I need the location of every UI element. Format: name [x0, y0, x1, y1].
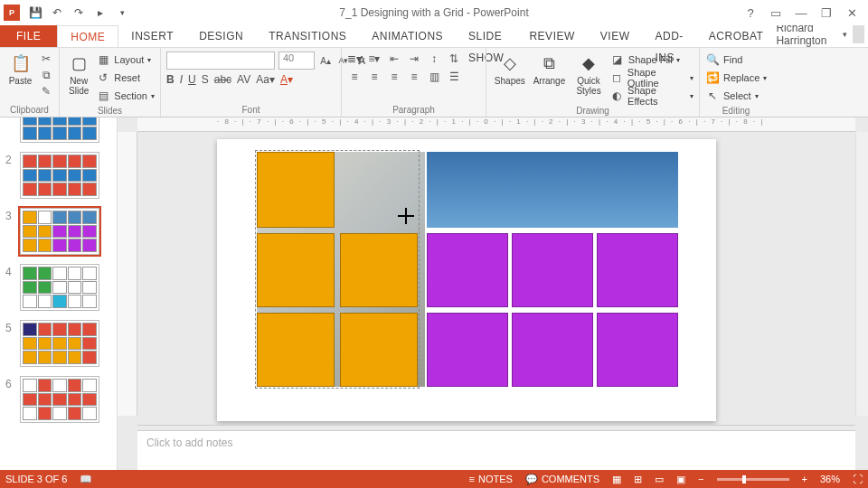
shadow-button[interactable]: S [202, 73, 209, 86]
smartart-icon[interactable]: ☰ [447, 70, 461, 84]
grow-font-icon[interactable]: A▴ [318, 53, 333, 68]
tab-review[interactable]: REVIEW [516, 25, 587, 47]
find-icon: 🔍 [705, 52, 720, 67]
thumb-slide-6[interactable]: 6 [5, 376, 111, 423]
tab-acrobat[interactable]: ACROBAT [696, 25, 777, 47]
thumb-slide-5[interactable]: 5 [5, 320, 111, 367]
thumb-slide-4[interactable]: 4 [5, 264, 111, 311]
tab-insert[interactable]: INSERT [118, 25, 186, 47]
grid-shape[interactable] [512, 233, 593, 307]
case-button[interactable]: Aa▾ [256, 73, 275, 86]
slideshow-view-icon[interactable]: ▣ [676, 474, 685, 485]
align-right-icon[interactable]: ≡ [387, 70, 401, 84]
zoom-in-button[interactable]: + [802, 474, 807, 484]
italic-button[interactable]: I [180, 73, 183, 86]
ribbon-options-icon[interactable]: ▭ [763, 3, 788, 23]
vertical-scrollbar[interactable] [855, 132, 868, 416]
redo-icon[interactable]: ↷ [69, 3, 89, 23]
thumb-number: 3 [5, 208, 14, 222]
undo-icon[interactable]: ↶ [47, 3, 67, 23]
new-slide-button[interactable]: ▢ New Slide [65, 52, 92, 96]
bullets-icon[interactable]: ≣▾ [347, 52, 362, 66]
find-button[interactable]: 🔍Find [705, 52, 767, 68]
zoom-slider[interactable] [717, 478, 789, 481]
zoom-out-button[interactable]: − [698, 474, 703, 484]
slide-canvas[interactable] [217, 139, 716, 421]
avatar-icon [853, 25, 864, 43]
grid-shape[interactable] [597, 233, 678, 307]
grid-shape[interactable] [597, 313, 678, 387]
shape-outline-button[interactable]: ◻Shape Outline▾ [610, 70, 693, 86]
tab-view[interactable]: VIEW [588, 25, 643, 47]
arrange-icon: ⧉ [536, 52, 561, 75]
tab-animations[interactable]: ANIMATIONS [359, 25, 456, 47]
slide-thumbnails-pane[interactable]: 123456 [0, 117, 118, 470]
grid-shape[interactable] [512, 313, 593, 387]
columns-icon[interactable]: ▥ [427, 70, 441, 84]
format-painter-icon[interactable]: ✎ [39, 84, 53, 99]
spellcheck-icon[interactable]: 📖 [80, 474, 92, 485]
normal-view-icon[interactable]: ▦ [612, 474, 621, 485]
font-size-input[interactable]: 40 [278, 52, 315, 70]
sky-image [427, 152, 678, 228]
arrange-button[interactable]: ⧉Arrange [532, 52, 568, 86]
section-button[interactable]: ▤Section▾ [96, 88, 155, 104]
thumb-slide-3[interactable]: 3 [5, 208, 111, 255]
quick-styles-button[interactable]: ◆Quick Styles [571, 52, 607, 96]
bold-button[interactable]: B [166, 73, 175, 86]
ribbon-tabs: FILE HOME INSERT DESIGN TRANSITIONS ANIM… [0, 25, 868, 47]
spacing-button[interactable]: AV [237, 73, 250, 86]
restore-icon[interactable]: ❐ [814, 3, 839, 23]
thumb-slide-1[interactable]: 1 [5, 117, 111, 143]
editor-area: 123456 · 8 · | · 7 · | · 6 · | · 5 · | ·… [0, 117, 868, 470]
notes-button[interactable]: ≡ NOTES [469, 474, 513, 484]
notes-pane[interactable]: Click to add notes [137, 430, 855, 470]
zoom-level[interactable]: 36% [820, 474, 840, 484]
font-name-input[interactable] [166, 52, 275, 70]
underline-button[interactable]: U [188, 73, 196, 86]
indent-decrease-icon[interactable]: ⇤ [387, 52, 401, 66]
tab-home[interactable]: HOME [57, 25, 118, 47]
fit-window-icon[interactable]: ⛶ [853, 474, 863, 484]
strike-button[interactable]: abc [214, 73, 231, 86]
grid-shape[interactable] [427, 313, 508, 387]
signed-in-user[interactable]: Richard Harrington ▾ ☺ [776, 22, 868, 47]
align-center-icon[interactable]: ≡ [367, 70, 382, 84]
tab-design[interactable]: DESIGN [186, 25, 256, 47]
start-show-icon[interactable]: ▸ [90, 3, 110, 23]
sorter-view-icon[interactable]: ⊞ [634, 474, 642, 485]
indent-increase-icon[interactable]: ⇥ [407, 52, 421, 66]
text-direction-icon[interactable]: ⇅ [447, 52, 461, 66]
cut-icon[interactable]: ✂ [39, 52, 53, 66]
layout-button[interactable]: ▦Layout▾ [96, 52, 155, 68]
help-icon[interactable]: ? [738, 3, 763, 23]
paste-button[interactable]: 📋 Paste [5, 52, 35, 86]
comments-button[interactable]: 💬 COMMENTS [525, 474, 599, 485]
replace-button[interactable]: 🔁Replace▾ [705, 70, 767, 86]
thumb-slide-2[interactable]: 2 [5, 152, 111, 199]
qat-dropdown-icon[interactable]: ▾ [112, 3, 132, 23]
reset-button[interactable]: ↺Reset [96, 70, 155, 86]
minimize-icon[interactable]: — [788, 3, 814, 23]
justify-icon[interactable]: ≡ [407, 70, 421, 84]
reading-view-icon[interactable]: ▭ [655, 474, 664, 485]
align-left-icon[interactable]: ≡ [347, 70, 362, 84]
shape-effects-button[interactable]: ◐Shape Effects▾ [610, 88, 693, 104]
copy-icon[interactable]: ⧉ [39, 68, 53, 82]
shapes-button[interactable]: ◇Shapes [492, 52, 528, 86]
line-spacing-icon[interactable]: ↕ [427, 52, 441, 66]
shape-fill-button[interactable]: ◪Shape Fill▾ [610, 52, 693, 68]
group-font: 40 A▴ A▾ A̷ B I U S abc AV Aa▾ A▾ Font [161, 48, 342, 117]
save-icon[interactable]: 💾 [25, 3, 45, 23]
tab-slideshow[interactable]: SLIDE SHOW [456, 25, 516, 47]
group-clipboard: 📋 Paste ✂ ⧉ ✎ Clipboard [0, 48, 60, 117]
tab-file[interactable]: FILE [0, 25, 57, 47]
numbering-icon[interactable]: ≡▾ [367, 52, 382, 66]
grid-shape[interactable] [427, 233, 508, 307]
slide-counter[interactable]: SLIDE 3 OF 6 [5, 474, 67, 484]
font-color-button[interactable]: A▾ [280, 73, 293, 86]
close-icon[interactable]: ✕ [839, 3, 864, 23]
select-button[interactable]: ↖Select▾ [705, 88, 767, 104]
tab-transitions[interactable]: TRANSITIONS [256, 25, 359, 47]
tab-addins[interactable]: ADD-INS [642, 25, 695, 47]
